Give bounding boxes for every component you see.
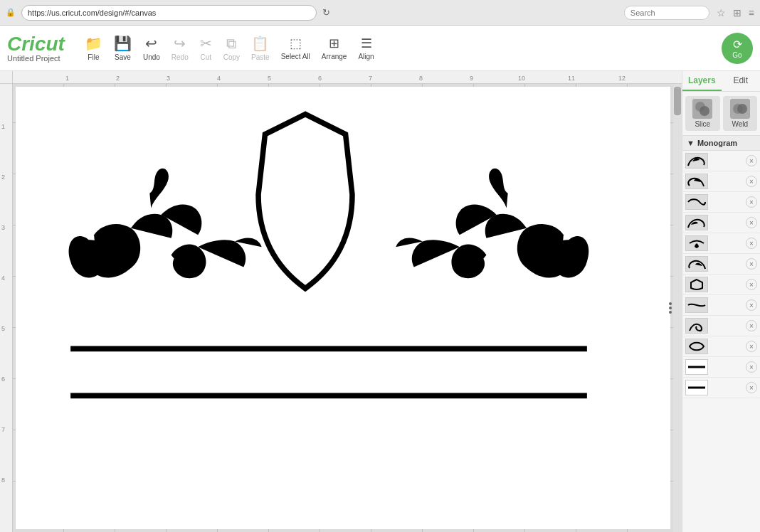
ruler-num-11: 11 — [568, 75, 575, 82]
refresh-icon[interactable]: ↻ — [322, 7, 330, 18]
layer-close-5[interactable]: × — [746, 238, 757, 249]
canvas-scroll-area[interactable] — [13, 84, 673, 532]
layer-close-6[interactable]: × — [746, 258, 757, 270]
save-icon: 💾 — [114, 35, 132, 52]
align-button[interactable]: ☰ Align — [352, 33, 379, 63]
copy-button[interactable]: ⧉ Copy — [218, 33, 246, 64]
layer-thumb-5 — [685, 235, 708, 251]
layer-close-7[interactable]: × — [746, 279, 757, 290]
ruler-num-6: 6 — [318, 75, 322, 82]
layer-item[interactable]: × — [682, 275, 760, 295]
ruler-side-num-7: 7 — [1, 426, 5, 433]
redo-label: Redo — [171, 53, 189, 61]
go-button[interactable]: ⟳ Go — [722, 33, 753, 64]
layer-close-3[interactable]: × — [746, 196, 757, 208]
ruler-num-5: 5 — [268, 75, 271, 82]
weld-label: Weld — [732, 120, 748, 128]
layer-item[interactable]: × — [682, 254, 760, 275]
logo-area: Cricut Untitled Project — [7, 34, 65, 63]
bookmark-icon[interactable]: ⊞ — [733, 7, 741, 18]
ruler-corner — [0, 71, 13, 84]
layer-close-9[interactable]: × — [746, 320, 757, 331]
arrange-button[interactable]: ⊞ Arrange — [316, 33, 353, 63]
align-icon: ☰ — [361, 36, 372, 51]
layer-thumb-4 — [685, 215, 708, 230]
layer-thumb-6 — [685, 256, 708, 272]
go-icon: ⟳ — [733, 38, 742, 51]
app-toolbar: Cricut Untitled Project 📁 File 💾 Save ↩ … — [0, 26, 760, 71]
slice-button[interactable]: Slice — [685, 96, 720, 131]
ruler-num-12: 12 — [618, 75, 626, 82]
layer-close-2[interactable]: × — [746, 176, 757, 187]
undo-button[interactable]: ↩ Undo — [137, 32, 166, 64]
layer-close-1[interactable]: × — [746, 155, 757, 166]
main-area: 1 2 3 4 5 6 7 8 9 10 11 12 1 2 3 4 5 6 7 — [0, 71, 760, 532]
select-all-button[interactable]: ⬚ Select All — [275, 33, 316, 63]
address-bar[interactable]: https://us.cricut.com/design/#/canvas — [21, 5, 317, 21]
file-icon: 📁 — [85, 35, 102, 52]
align-label: Align — [358, 53, 374, 60]
layer-close-4[interactable]: × — [746, 217, 757, 228]
browser-search-input[interactable] — [624, 6, 709, 20]
ruler-side-num-3: 3 — [1, 224, 5, 231]
ruler-num-1: 1 — [65, 75, 69, 82]
layer-close-10[interactable]: × — [746, 341, 757, 352]
layer-item[interactable]: × — [682, 295, 760, 316]
svg-point-5 — [737, 104, 747, 114]
layer-item[interactable]: × — [682, 378, 760, 398]
layer-thumb-10 — [685, 339, 708, 354]
monogram-label: Monogram — [697, 139, 737, 147]
layer-item[interactable]: × — [682, 357, 760, 378]
layer-close-12[interactable]: × — [746, 382, 757, 393]
menu-icon[interactable]: ≡ — [749, 7, 754, 18]
browser-chrome: 🔒 https://us.cricut.com/design/#/canvas … — [0, 0, 760, 26]
url-text: https://us.cricut.com/design/#/canvas — [28, 9, 156, 17]
layers-list: × × × × — [682, 151, 760, 532]
canvas-container: 1 2 3 4 5 6 7 8 9 10 11 12 1 2 3 4 5 6 7 — [0, 71, 682, 532]
ruler-num-8: 8 — [419, 75, 423, 82]
undo-icon: ↩ — [145, 35, 157, 52]
layer-item[interactable]: × — [682, 336, 760, 357]
star-icon[interactable]: ☆ — [717, 7, 726, 18]
paste-button[interactable]: 📋 Paste — [246, 32, 275, 64]
ruler-num-2: 2 — [116, 75, 120, 82]
ruler-side-num-2: 2 — [1, 174, 5, 181]
tab-edit[interactable]: Edit — [722, 71, 761, 91]
monogram-collapse-arrow: ▼ — [687, 139, 695, 147]
ruler-num-7: 7 — [369, 75, 372, 82]
layer-close-8[interactable]: × — [746, 299, 757, 311]
right-panel: Layers Edit Slice — [682, 71, 760, 532]
scrollbar-vertical[interactable] — [673, 84, 682, 532]
svg-point-3 — [700, 106, 709, 116]
weld-icon — [730, 99, 750, 119]
arrange-label: Arrange — [322, 53, 347, 60]
ruler-side-num-6: 6 — [1, 376, 5, 383]
scrollbar-thumb[interactable] — [674, 87, 681, 115]
layer-item[interactable]: × — [682, 192, 760, 213]
arrange-icon: ⊞ — [329, 36, 339, 51]
layer-close-11[interactable]: × — [746, 361, 757, 373]
layer-item[interactable]: × — [682, 171, 760, 192]
tab-layers[interactable]: Layers — [682, 71, 722, 91]
layer-item[interactable]: × — [682, 233, 760, 254]
save-button[interactable]: 💾 Save — [108, 32, 137, 64]
layer-thumb-12 — [685, 380, 708, 395]
monogram-header[interactable]: ▼ Monogram — [682, 136, 760, 151]
three-dots-menu[interactable] — [669, 301, 672, 315]
weld-button[interactable]: Weld — [723, 96, 758, 131]
ruler-side-num-8: 8 — [1, 477, 5, 484]
layer-thumb-11 — [685, 359, 708, 375]
paste-label: Paste — [251, 53, 270, 61]
layer-item[interactable]: × — [682, 213, 760, 233]
redo-icon: ↪ — [174, 35, 186, 52]
go-label: Go — [732, 51, 741, 59]
slice-icon — [692, 99, 712, 119]
ruler-side: 1 2 3 4 5 6 7 8 — [0, 84, 13, 532]
file-button[interactable]: 📁 File — [79, 32, 108, 64]
layer-thumb-2 — [685, 174, 708, 189]
layer-item[interactable]: × — [682, 316, 760, 336]
redo-button[interactable]: ↪ Redo — [166, 32, 194, 64]
layer-thumb-1 — [685, 153, 708, 169]
layer-item[interactable]: × — [682, 151, 760, 171]
cut-button[interactable]: ✂ Cut — [194, 32, 218, 64]
